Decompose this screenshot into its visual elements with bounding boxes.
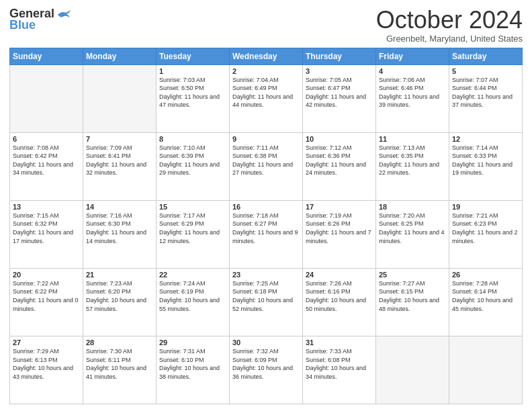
calendar-cell: 20Sunrise: 7:22 AMSunset: 6:22 PMDayligh… [10,268,83,336]
logo: General Blue [9,7,71,32]
calendar-cell [449,336,523,404]
day-number: 2 [232,67,300,75]
calendar-cell: 9Sunrise: 7:11 AMSunset: 6:38 PMDaylight… [230,132,303,200]
day-info: Sunrise: 7:05 AMSunset: 6:47 PMDaylight:… [306,76,373,109]
calendar-cell: 29Sunrise: 7:31 AMSunset: 6:10 PMDayligh… [157,336,230,404]
calendar-cell: 22Sunrise: 7:24 AMSunset: 6:19 PMDayligh… [157,268,230,336]
calendar-cell: 10Sunrise: 7:12 AMSunset: 6:36 PMDayligh… [303,132,376,200]
calendar-cell: 5Sunrise: 7:07 AMSunset: 6:44 PMDaylight… [449,64,523,132]
title-block: October 2024 Greenbelt, Maryland, United… [376,7,523,44]
calendar-cell: 15Sunrise: 7:17 AMSunset: 6:29 PMDayligh… [157,200,230,268]
day-number: 20 [13,271,80,279]
calendar-week-row: 20Sunrise: 7:22 AMSunset: 6:22 PMDayligh… [10,268,523,336]
day-number: 31 [306,338,373,347]
logo-bird-icon [56,9,71,20]
day-number: 12 [452,135,519,143]
calendar-cell [376,336,449,404]
day-info: Sunrise: 7:08 AMSunset: 6:42 PMDaylight:… [13,144,80,177]
day-number: 6 [13,135,80,143]
calendar-cell: 2Sunrise: 7:04 AMSunset: 6:49 PMDaylight… [230,64,303,132]
day-info: Sunrise: 7:13 AMSunset: 6:35 PMDaylight:… [379,144,446,177]
day-number: 15 [159,203,226,211]
calendar-cell: 31Sunrise: 7:33 AMSunset: 6:08 PMDayligh… [303,336,376,404]
calendar-cell: 19Sunrise: 7:21 AMSunset: 6:23 PMDayligh… [449,200,523,268]
page: General Blue October 2024 Greenbelt, Mar… [0,0,532,411]
day-number: 5 [452,67,519,75]
calendar-cell: 17Sunrise: 7:19 AMSunset: 6:26 PMDayligh… [303,200,376,268]
day-number: 28 [86,338,153,347]
day-info: Sunrise: 7:30 AMSunset: 6:11 PMDaylight:… [86,347,153,381]
column-header-sunday: Sunday [10,48,83,64]
calendar-week-row: 27Sunrise: 7:29 AMSunset: 6:13 PMDayligh… [10,336,523,404]
day-number: 11 [379,135,446,143]
day-number: 4 [379,67,446,75]
day-info: Sunrise: 7:24 AMSunset: 6:19 PMDaylight:… [159,279,226,313]
day-number: 23 [232,271,300,279]
day-number: 1 [159,67,226,75]
calendar-cell: 23Sunrise: 7:25 AMSunset: 6:18 PMDayligh… [230,268,303,336]
day-info: Sunrise: 7:20 AMSunset: 6:25 PMDaylight:… [379,212,446,245]
calendar-cell: 6Sunrise: 7:08 AMSunset: 6:42 PMDaylight… [10,132,83,200]
column-header-saturday: Saturday [449,48,523,64]
calendar-cell [83,64,157,132]
day-info: Sunrise: 7:12 AMSunset: 6:36 PMDaylight:… [306,144,373,177]
calendar-cell: 13Sunrise: 7:15 AMSunset: 6:32 PMDayligh… [10,200,83,268]
day-info: Sunrise: 7:16 AMSunset: 6:30 PMDaylight:… [86,212,153,245]
day-number: 22 [159,271,226,279]
calendar-cell: 18Sunrise: 7:20 AMSunset: 6:25 PMDayligh… [376,200,449,268]
calendar-table: SundayMondayTuesdayWednesdayThursdayFrid… [9,48,523,404]
day-info: Sunrise: 7:06 AMSunset: 6:46 PMDaylight:… [379,76,446,109]
calendar-cell: 4Sunrise: 7:06 AMSunset: 6:46 PMDaylight… [376,64,449,132]
calendar-cell: 3Sunrise: 7:05 AMSunset: 6:47 PMDaylight… [303,64,376,132]
column-header-friday: Friday [376,48,449,64]
calendar-cell: 1Sunrise: 7:03 AMSunset: 6:50 PMDaylight… [157,64,230,132]
column-header-thursday: Thursday [303,48,376,64]
day-info: Sunrise: 7:18 AMSunset: 6:27 PMDaylight:… [232,212,300,245]
day-number: 25 [379,271,446,279]
calendar-cell: 11Sunrise: 7:13 AMSunset: 6:35 PMDayligh… [376,132,449,200]
location-subtitle: Greenbelt, Maryland, United States [376,34,523,44]
column-header-monday: Monday [83,48,157,64]
calendar-cell: 8Sunrise: 7:10 AMSunset: 6:39 PMDaylight… [157,132,230,200]
column-header-wednesday: Wednesday [230,48,303,64]
day-number: 18 [379,203,446,211]
day-info: Sunrise: 7:15 AMSunset: 6:32 PMDaylight:… [13,212,80,245]
day-info: Sunrise: 7:07 AMSunset: 6:44 PMDaylight:… [452,76,519,109]
day-info: Sunrise: 7:32 AMSunset: 6:09 PMDaylight:… [232,347,300,381]
day-info: Sunrise: 7:03 AMSunset: 6:50 PMDaylight:… [159,76,226,109]
calendar-header-row: SundayMondayTuesdayWednesdayThursdayFrid… [10,48,523,64]
calendar-cell: 14Sunrise: 7:16 AMSunset: 6:30 PMDayligh… [83,200,157,268]
day-number: 24 [306,271,373,279]
day-info: Sunrise: 7:11 AMSunset: 6:38 PMDaylight:… [232,144,300,177]
calendar-cell: 27Sunrise: 7:29 AMSunset: 6:13 PMDayligh… [10,336,83,404]
calendar-week-row: 6Sunrise: 7:08 AMSunset: 6:42 PMDaylight… [10,132,523,200]
day-info: Sunrise: 7:04 AMSunset: 6:49 PMDaylight:… [232,76,300,109]
calendar-cell: 25Sunrise: 7:27 AMSunset: 6:15 PMDayligh… [376,268,449,336]
column-header-tuesday: Tuesday [157,48,230,64]
day-number: 21 [86,271,153,279]
calendar-cell: 28Sunrise: 7:30 AMSunset: 6:11 PMDayligh… [83,336,157,404]
calendar-cell: 12Sunrise: 7:14 AMSunset: 6:33 PMDayligh… [449,132,523,200]
calendar-cell [10,64,83,132]
day-info: Sunrise: 7:22 AMSunset: 6:22 PMDaylight:… [13,279,80,313]
day-info: Sunrise: 7:26 AMSunset: 6:16 PMDaylight:… [306,279,373,313]
day-number: 7 [86,135,153,143]
calendar-cell: 21Sunrise: 7:23 AMSunset: 6:20 PMDayligh… [83,268,157,336]
calendar-cell: 30Sunrise: 7:32 AMSunset: 6:09 PMDayligh… [230,336,303,404]
day-number: 10 [306,135,373,143]
day-info: Sunrise: 7:28 AMSunset: 6:14 PMDaylight:… [452,279,519,313]
day-info: Sunrise: 7:29 AMSunset: 6:13 PMDaylight:… [13,347,80,381]
day-info: Sunrise: 7:25 AMSunset: 6:18 PMDaylight:… [232,279,300,313]
day-info: Sunrise: 7:10 AMSunset: 6:39 PMDaylight:… [159,144,226,177]
day-info: Sunrise: 7:23 AMSunset: 6:20 PMDaylight:… [86,279,153,313]
day-info: Sunrise: 7:09 AMSunset: 6:41 PMDaylight:… [86,144,153,177]
day-number: 14 [86,203,153,211]
day-number: 8 [159,135,226,143]
header: General Blue October 2024 Greenbelt, Mar… [9,7,523,44]
calendar-cell: 24Sunrise: 7:26 AMSunset: 6:16 PMDayligh… [303,268,376,336]
day-info: Sunrise: 7:27 AMSunset: 6:15 PMDaylight:… [379,279,446,313]
calendar-cell: 7Sunrise: 7:09 AMSunset: 6:41 PMDaylight… [83,132,157,200]
logo-blue: Blue [9,18,36,32]
calendar-cell: 16Sunrise: 7:18 AMSunset: 6:27 PMDayligh… [230,200,303,268]
day-number: 9 [232,135,300,143]
